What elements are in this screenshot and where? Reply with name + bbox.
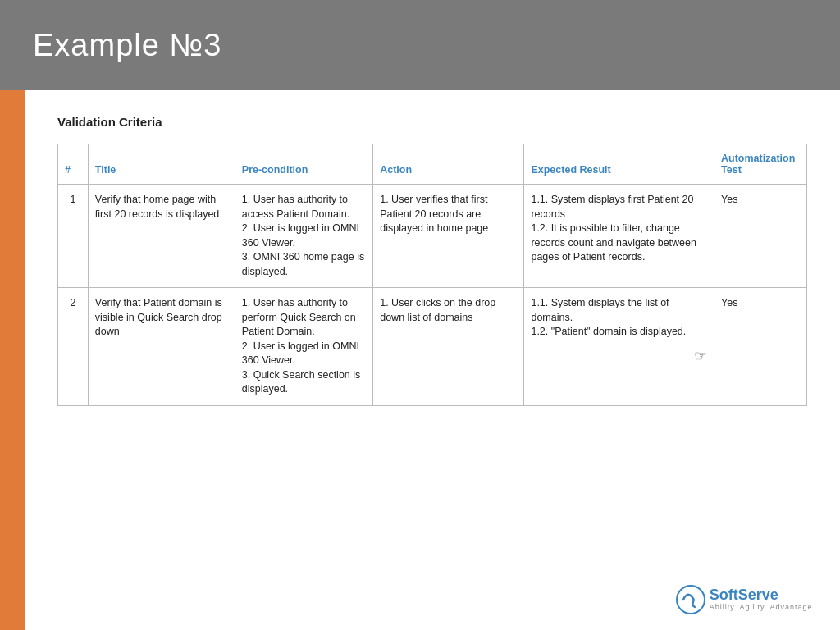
softserve-logo-icon [675,584,706,615]
logo-tagline: Ability. Agility. Advantage. [710,604,815,612]
col-header-num: # [58,144,89,185]
cell-expected: 1.1. System displays first Patient 20 re… [524,185,714,288]
cell-auto: Yes [714,288,807,406]
left-accent-bar [0,90,25,630]
col-header-action: Action [373,144,524,185]
section-title: Validation Criteria [57,115,807,129]
cell-num: 1 [58,185,89,288]
col-header-title: Title [88,144,235,185]
col-header-precondition: Pre-condition [235,144,372,185]
cell-precondition: 1. User has authority to access Patient … [235,185,372,288]
cell-expected: 1.1. System displays the list of domains… [524,288,714,406]
cursor-icon: ☞ [694,348,707,364]
header-bar: Example №3 [0,0,840,90]
page-title: Example №3 [33,28,221,63]
cell-title: Verify that Patient domain is visible in… [88,288,235,406]
logo-name: SoftServe [710,587,815,604]
cell-num: 2 [58,288,89,406]
svg-point-0 [677,586,705,614]
main-content: Validation Criteria # Title Pre-conditio… [25,90,840,630]
cell-precondition: 1. User has authority to perform Quick S… [235,288,372,406]
table-row: 2Verify that Patient domain is visible i… [58,288,807,406]
table-row: 1Verify that home page with first 20 rec… [58,185,807,288]
cell-auto: Yes [714,185,807,288]
logo-text: SoftServe Ability. Agility. Advantage. [710,587,815,612]
col-header-auto: Automatization Test [714,144,807,185]
validation-table: # Title Pre-condition Action Expected Re… [57,144,807,406]
cell-action: 1. User verifies that first Patient 20 r… [373,185,524,288]
col-header-expected: Expected Result [524,144,714,185]
logo-area: SoftServe Ability. Agility. Advantage. [675,584,815,615]
table-header-row: # Title Pre-condition Action Expected Re… [58,144,807,185]
cell-action: 1. User clicks on the drop down list of … [373,288,524,406]
cell-title: Verify that home page with first 20 reco… [88,185,235,288]
